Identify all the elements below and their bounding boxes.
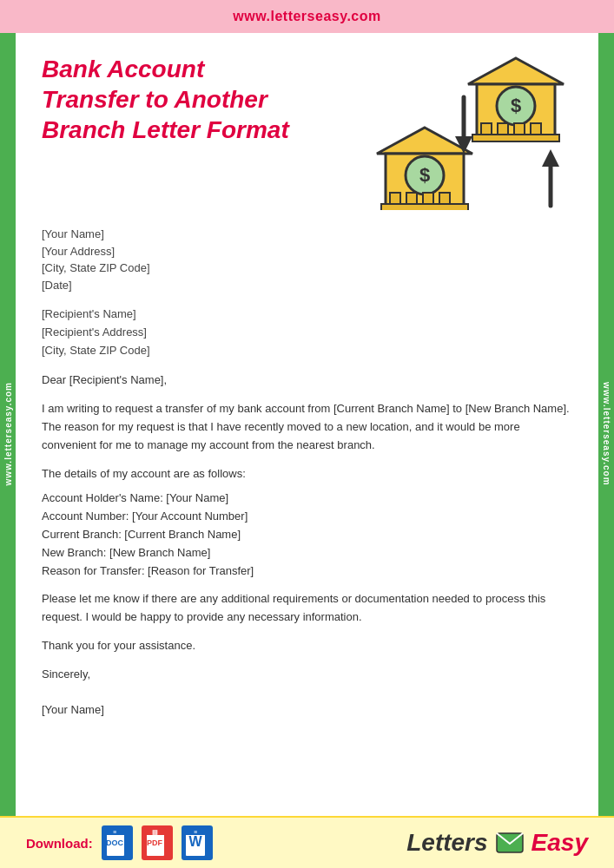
title-line1: Bank Account (42, 56, 204, 82)
svg-marker-0 (468, 58, 564, 84)
closing-word: Sincerely, (42, 666, 572, 684)
body-paragraph-2: Please let me know if there are any addi… (42, 590, 572, 627)
word-download-button[interactable]: W ≡ (182, 825, 213, 860)
svg-text:PDF: PDF (147, 838, 163, 847)
download-section: Download: DOC ≡ PDF ▤ (26, 825, 213, 860)
word-icon: W ≡ (182, 825, 213, 860)
left-side-border: www.letterseasy.com (0, 0, 16, 868)
svg-text:$: $ (511, 95, 521, 116)
svg-text:DOC: DOC (106, 838, 124, 847)
left-side-text: www.letterseasy.com (3, 382, 13, 486)
title-line2: Transfer to Another (42, 86, 267, 113)
download-label: Download: (26, 836, 93, 851)
footer-bar: Download: DOC ≡ PDF ▤ (0, 816, 614, 868)
svg-text:≡: ≡ (194, 829, 197, 835)
title-line3: Branch Letter Format (42, 116, 289, 143)
right-side-border: www.letterseasy.com (598, 0, 614, 868)
pdf-download-button[interactable]: PDF ▤ (142, 825, 173, 860)
header-bar: www.letterseasy.com (0, 0, 614, 33)
svg-marker-21 (542, 149, 559, 167)
closing-section: Sincerely, [Your Name] (42, 666, 572, 720)
sender-name: [Your Name] (42, 226, 572, 243)
salutation: Dear [Recipient's Name], (42, 372, 572, 390)
svg-text:≡: ≡ (113, 829, 116, 835)
main-title: Bank Account Transfer to Another Branch … (42, 54, 373, 145)
svg-text:W: W (188, 834, 202, 849)
logo-letters: Letters (406, 829, 487, 857)
sender-address: [Your Address] (42, 243, 572, 260)
recipient-info: [Recipient's Name] [Recipient's Address]… (42, 306, 572, 359)
thank-you: Thank you for your assistance. (42, 637, 572, 655)
bank-transfer-illustration: $ $ (373, 54, 572, 210)
logo-easy: Easy (531, 829, 588, 857)
account-number: Account Number: [Your Account Number] (42, 508, 572, 526)
title-text: Bank Account Transfer to Another Branch … (42, 54, 373, 145)
main-content: Bank Account Transfer to Another Branch … (16, 36, 598, 816)
new-branch: New Branch: [New Branch Name] (42, 544, 572, 562)
svg-rect-17 (381, 204, 468, 210)
account-holder: Account Holder's Name: [Your Name] (42, 490, 572, 508)
right-side-text: www.letterseasy.com (602, 382, 611, 486)
sender-date: [Date] (42, 277, 572, 294)
doc-download-button[interactable]: DOC ≡ (102, 825, 133, 860)
sender-info: [Your Name] [Your Address] [City, State … (42, 226, 572, 293)
svg-text:$: $ (419, 164, 430, 186)
logo-section: Letters Easy (406, 828, 588, 858)
sign-name: [Your Name] (42, 701, 572, 720)
body-paragraph-1: I am writing to request a transfer of my… (42, 400, 572, 454)
doc-icon: DOC ≡ (103, 826, 131, 859)
title-section: Bank Account Transfer to Another Branch … (42, 54, 572, 210)
details-intro: The details of my account are as follows… (42, 465, 572, 483)
svg-rect-8 (472, 135, 559, 141)
header-url: www.letterseasy.com (233, 9, 380, 23)
sender-city: [City, State ZIP Code] (42, 260, 572, 277)
account-details: Account Holder's Name: [Your Name] Accou… (42, 490, 572, 580)
envelope-logo-icon (495, 828, 525, 858)
recipient-name: [Recipient's Name] (42, 306, 572, 324)
recipient-city: [City, State ZIP Code] (42, 342, 572, 360)
pdf-icon: PDF ▤ (143, 826, 171, 859)
svg-text:▤: ▤ (151, 829, 157, 835)
current-branch: Current Branch: [Current Branch Name] (42, 526, 572, 544)
reason-transfer: Reason for Transfer: [Reason for Transfe… (42, 562, 572, 581)
letter-body: [Your Name] [Your Address] [City, State … (42, 226, 572, 720)
recipient-address: [Recipient's Address] (42, 324, 572, 342)
